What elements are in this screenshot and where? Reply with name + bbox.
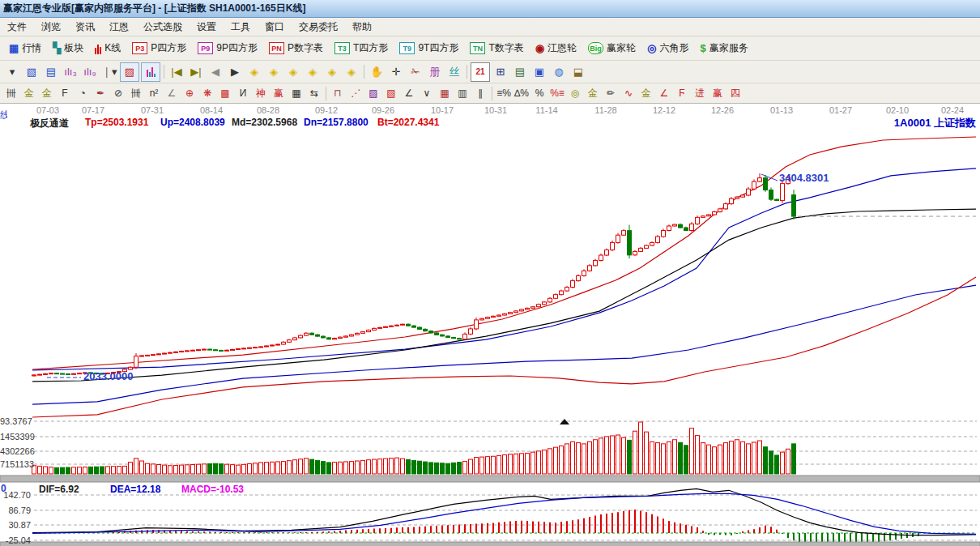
percent-icon[interactable]: % xyxy=(531,86,548,101)
t-number-table-button[interactable]: TNT数字表 xyxy=(464,39,529,58)
fan-grid-icon[interactable]: ▧ xyxy=(383,86,399,101)
memo-icon[interactable]: ▤ xyxy=(511,63,529,81)
diamond-cross-icon[interactable]: ◈ xyxy=(323,63,341,81)
menu-item-2[interactable]: 浏览 xyxy=(34,20,68,34)
briefcase-icon[interactable]: ⬓ xyxy=(569,63,587,81)
volume-profile-icon[interactable] xyxy=(141,62,160,82)
sectors-button[interactable]: ▚板块 xyxy=(47,39,89,58)
cut-tool-icon[interactable]: ✁ xyxy=(407,63,424,81)
cycle-tool-icon[interactable]: 丝 xyxy=(445,63,463,81)
menu-item-4[interactable]: 江恩 xyxy=(102,20,136,34)
menu-item-3[interactable]: 资讯 xyxy=(68,20,102,34)
square-of-nine-icon[interactable]: n² xyxy=(146,86,162,101)
golden-line-icon[interactable]: 金 xyxy=(585,86,601,101)
si-square-icon[interactable]: 四 xyxy=(727,86,744,101)
info-panel-icon[interactable]: ▤ xyxy=(42,63,60,81)
menu-item-8[interactable]: 窗口 xyxy=(258,20,292,34)
gann-fan-icon[interactable]: ⋰ xyxy=(347,86,364,101)
first-page-icon[interactable]: |◀ xyxy=(168,63,185,81)
diamond-move-icon[interactable]: ◈ xyxy=(343,63,360,81)
hand-tool-icon[interactable]: ✋ xyxy=(368,63,386,81)
golden-ratio-icon[interactable]: 金 xyxy=(39,86,55,101)
web-data-icon[interactable]: ◍ xyxy=(550,63,568,81)
gann-wheel-button[interactable]: ◉江恩轮 xyxy=(530,39,582,58)
chart-area[interactable]: 线 极反通道 Tp=2503.1931 Up=2408.8039 Md=2302… xyxy=(0,104,980,546)
trend-angle-icon[interactable]: ∠ xyxy=(401,86,417,101)
menu-item-6[interactable]: 设置 xyxy=(190,20,224,34)
menu-item-1[interactable]: 文件 xyxy=(0,20,34,34)
menu-item-9[interactable]: 交易委托 xyxy=(292,20,345,34)
pattern-tool-icon[interactable]: ▨ xyxy=(120,62,139,82)
hexagon-button[interactable]: ◎六角形 xyxy=(641,39,694,58)
diamond-right-icon[interactable]: ◈ xyxy=(265,63,283,81)
diamond-star-icon[interactable]: ◈ xyxy=(304,63,322,81)
step9-chart-icon[interactable]: ılı₉ xyxy=(81,63,99,81)
candle-body xyxy=(157,354,161,355)
time-ruler-icon[interactable]: 卌 xyxy=(128,86,144,101)
candle-body xyxy=(571,281,575,288)
9t-square-button[interactable]: T99T四方形 xyxy=(394,39,464,58)
percent-table-icon[interactable]: ≡% xyxy=(496,86,512,101)
zigzag-icon[interactable]: ∨ xyxy=(419,86,435,101)
price-ruler-icon[interactable]: 卌 xyxy=(3,86,19,101)
purple-grid-tool-icon[interactable]: 册 xyxy=(426,63,444,81)
angle-mirror-icon[interactable]: ∠ xyxy=(164,86,180,101)
volume-bar xyxy=(333,463,337,474)
shen-tool-icon[interactable]: 神 xyxy=(253,86,269,101)
title-bar[interactable]: 赢家江恩专业版[赢家内部服务平台] - [上证指数 SH1A0001-165日K… xyxy=(0,0,980,18)
t-square-button[interactable]: T3T四方形 xyxy=(329,39,394,58)
calculator-icon[interactable]: ⊞ xyxy=(492,63,509,81)
volume-bar xyxy=(395,458,399,474)
golden-angle-icon[interactable]: 金 xyxy=(638,86,654,101)
menu-item-5[interactable]: 公式选股 xyxy=(136,20,190,34)
red-grid-icon[interactable]: ▦ xyxy=(437,86,453,101)
golden-circle-icon[interactable]: ◎ xyxy=(567,86,583,101)
9p-square-button[interactable]: P99P四方形 xyxy=(192,39,263,58)
menu-item-10[interactable]: 帮助 xyxy=(345,20,379,34)
diamond-left-icon[interactable]: ◈ xyxy=(245,63,263,81)
chart-window-icon[interactable]: ▧ xyxy=(23,63,40,81)
gann-circle-icon[interactable]: ⊘ xyxy=(110,86,126,101)
p-square-button[interactable]: P3P四方形 xyxy=(126,39,192,58)
quotes-button[interactable]: ▦行情 xyxy=(3,39,47,58)
percent-fan-icon[interactable]: ∆% xyxy=(513,86,530,101)
number-grid-icon[interactable]: ▦ xyxy=(288,86,305,101)
fib-time-icon[interactable]: F xyxy=(57,86,73,101)
kline-button[interactable]: K线 xyxy=(89,39,126,58)
dropdown-caret-icon[interactable]: ▾ xyxy=(3,63,21,81)
winner-service-button[interactable]: $赢家服务 xyxy=(694,39,753,58)
crosshair-icon[interactable]: ✛ xyxy=(387,63,405,81)
fan-square-icon[interactable]: ▨ xyxy=(365,86,381,101)
gann-grid-icon[interactable]: ▩ xyxy=(217,86,233,101)
pencil-angle-icon[interactable]: ✏ xyxy=(603,86,619,101)
calendar-icon[interactable]: 21 xyxy=(471,62,490,82)
advance-line-icon[interactable]: 进 xyxy=(692,86,708,101)
prev-bar-icon[interactable]: ◀ xyxy=(207,63,224,81)
ying-line-icon[interactable]: 赢 xyxy=(709,86,726,101)
width-adjust-icon[interactable]: ⇆ xyxy=(306,86,322,101)
f-angle-icon[interactable]: Ϝ xyxy=(674,86,690,101)
pulse-icon[interactable]: И xyxy=(235,86,251,101)
draw-pen-icon[interactable]: ✒ xyxy=(92,86,109,101)
diamond-both-icon[interactable]: ◈ xyxy=(284,63,302,81)
gann-star-icon[interactable]: ❋ xyxy=(199,86,215,101)
j-angle-icon[interactable]: ∠ xyxy=(656,86,672,101)
golden-section-icon[interactable]: 金 xyxy=(21,86,37,101)
winner-wheel-button[interactable]: Big赢家轮 xyxy=(582,39,641,58)
ying-tool-icon[interactable]: 赢 xyxy=(271,86,287,101)
last-page-icon[interactable]: ▶| xyxy=(187,63,205,81)
candle-style-icon[interactable]: ｜▾ xyxy=(100,63,118,81)
percent-line-icon[interactable]: %≡ xyxy=(549,86,565,101)
spiral-icon[interactable]: ◔ xyxy=(75,86,91,101)
step3-chart-icon[interactable]: ılı₃ xyxy=(62,63,79,81)
wave-line-icon[interactable]: ∿ xyxy=(620,86,637,101)
chart-canvas[interactable] xyxy=(0,104,980,546)
save-icon[interactable]: ▣ xyxy=(530,63,548,81)
dark-grid-icon[interactable]: ▥ xyxy=(454,86,471,101)
next-bar-icon[interactable]: ▶ xyxy=(226,63,244,81)
p-number-table-button[interactable]: PNP数字表 xyxy=(263,39,329,58)
menu-item-7[interactable]: 工具 xyxy=(224,20,258,34)
box-select-icon[interactable]: ⊓ xyxy=(330,86,346,101)
gann-target-icon[interactable]: ⊕ xyxy=(181,86,198,101)
parallel-lines-icon[interactable]: ∥ xyxy=(472,86,488,101)
